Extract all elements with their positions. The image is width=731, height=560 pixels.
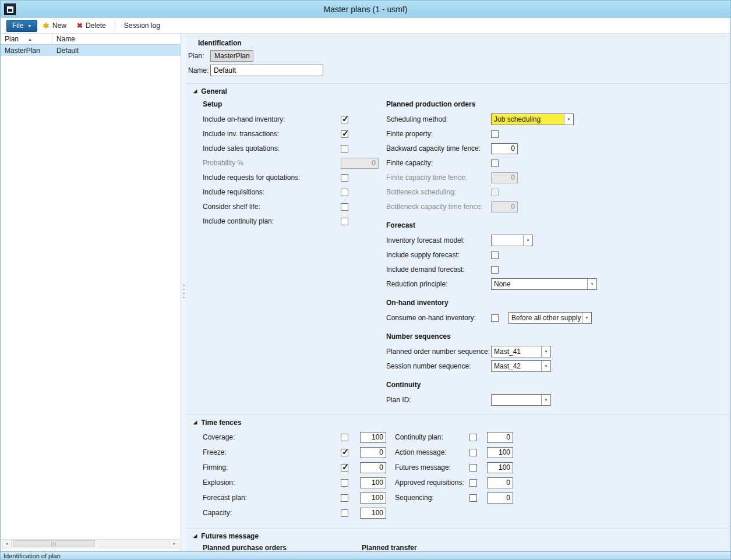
include-supply-forecast-checkbox[interactable] [491,251,499,259]
field-row: Bottleneck scheduling: [386,186,728,198]
scrollbar-thumb[interactable]: ||| [13,540,95,547]
consider-shelf-life-label: Consider shelf life: [203,203,341,211]
status-text: Identification of plan [3,552,61,559]
explosion-input[interactable] [360,477,386,488]
planned-transfer-subheader: Planned transfer [362,544,417,551]
new-button[interactable]: ✱ New [37,19,72,32]
window-title: Master plans (1 - usmf) [1,5,730,14]
dropdown-arrow-icon[interactable]: ▼ [541,346,550,357]
include-inv-transactions-checkbox[interactable] [341,130,348,138]
sequencing-input[interactable] [487,492,513,504]
dropdown-arrow-icon[interactable]: ▼ [582,313,591,323]
number-sequences-subheader: Number sequences [386,332,728,341]
planned-order-number-sequence-combobox[interactable]: Mast_41 ▼ [491,346,551,357]
field-row: Scheduling method: Job scheduling ▼ [386,114,728,125]
scroll-right-icon[interactable]: ► [169,540,179,548]
finite-property-checkbox[interactable] [491,130,499,138]
finite-property-label: Finite property: [386,130,491,138]
setup-subheader: Setup [203,100,386,108]
scrollbar-track[interactable]: ||| [12,540,169,548]
action-message-checkbox[interactable] [469,449,477,456]
continuity-plan-input[interactable] [487,432,513,443]
time-fences-group-header[interactable]: ◢ Time fences [193,419,728,427]
include-requisitions-checkbox[interactable] [341,189,348,196]
column-header-name[interactable]: Name [52,34,181,44]
capacity-checkbox[interactable] [341,509,348,517]
dropdown-arrow-icon[interactable]: ▼ [587,279,596,289]
dropdown-arrow-icon[interactable]: ▼ [541,361,550,371]
consume-on-hand-combobox[interactable]: Before all other supply ▼ [508,312,592,324]
field-row: Include sales quotations: [203,143,386,154]
futures-message-group-header[interactable]: ◢ Futures message [193,532,728,540]
firming-input[interactable] [360,462,386,473]
firming-checkbox[interactable] [341,464,348,472]
continuity-subheader: Continuity [386,381,728,389]
field-row: Include requisitions: [203,186,386,198]
master-plans-window: Master plans (1 - usmf) File ▼ ✱ New ✖ D… [0,0,731,560]
freeze-input[interactable] [360,447,386,458]
approved-requisitions-checkbox[interactable] [469,479,477,487]
grid-row-masterplan[interactable]: MasterPlan Default [1,45,181,56]
approved-requisitions-input[interactable] [487,477,513,488]
include-sales-quotations-checkbox[interactable] [341,145,348,153]
pane-splitter[interactable] [181,34,186,551]
scroll-left-icon[interactable]: ◄ [2,540,12,548]
file-menu-button[interactable]: File ▼ [6,20,37,32]
grid-horizontal-scrollbar[interactable]: ◄ ||| ► [2,539,179,548]
session-number-sequence-combobox[interactable]: Mast_42 ▼ [491,360,551,372]
window-body: Plan ▲ Name MasterPlan Default ◄ ||| ► [1,34,730,551]
include-supply-forecast-label: Include supply forecast: [386,251,491,259]
detail-pane: Identification Plan: MasterPlan Name: ◢ … [186,34,730,551]
sequencing-label: Sequencing: [395,494,469,502]
sequencing-checkbox[interactable] [469,494,477,502]
include-demand-forecast-checkbox[interactable] [491,266,499,274]
include-on-hand-checkbox[interactable] [341,116,348,123]
window-glyph-icon [7,6,13,13]
action-message-input[interactable] [487,447,513,458]
capacity-input[interactable] [360,508,386,519]
reduction-principle-combobox[interactable]: None ▼ [491,278,597,290]
include-continuity-plan-checkbox[interactable] [341,218,348,225]
coverage-checkbox[interactable] [341,434,348,441]
planned-order-number-sequence-label: Planned order number sequence: [386,348,491,356]
futures-message-checkbox[interactable] [469,464,477,472]
dropdown-arrow-icon[interactable]: ▼ [523,235,532,246]
scheduling-method-value: Job scheduling [492,114,564,125]
field-row: Probability % [203,157,386,169]
general-group-header[interactable]: ◢ General [193,87,728,95]
consider-shelf-life-checkbox[interactable] [341,203,348,211]
coverage-input[interactable] [360,432,386,443]
inventory-forecast-model-combobox[interactable]: ▼ [491,235,533,246]
name-field-row: Name: [188,65,730,76]
consume-on-hand-inventory-checkbox[interactable] [491,314,499,322]
name-field[interactable] [210,65,323,76]
include-rfq-label: Include requests for quotations: [203,173,341,182]
session-log-button[interactable]: Session log [119,19,165,32]
freeze-checkbox[interactable] [341,449,348,456]
field-row: Action message: [395,446,513,458]
column-header-plan[interactable]: Plan ▲ [1,34,52,44]
dropdown-arrow-icon[interactable]: ▼ [541,395,550,405]
expanded-triangle-icon: ◢ [193,534,197,538]
explosion-checkbox[interactable] [341,479,348,487]
include-rfq-checkbox[interactable] [341,174,348,182]
backward-capacity-time-fence-label: Backward capacity time fence: [386,144,491,153]
continuity-plan-label: Continuity plan: [395,433,469,441]
general-group: ◢ General Setup Include on-hand inventor… [186,83,728,409]
dropdown-arrow-icon[interactable]: ▼ [564,114,573,125]
delete-button[interactable]: ✖ Delete [72,19,111,32]
plan-id-combobox[interactable]: ▼ [491,394,551,406]
finite-capacity-checkbox[interactable] [491,160,499,167]
freeze-label: Freeze: [203,448,341,456]
forecast-plan-input[interactable] [360,492,386,504]
forecast-plan-checkbox[interactable] [341,494,348,502]
grid-header: Plan ▲ Name [1,34,181,45]
backward-capacity-time-fence-input[interactable] [491,143,518,154]
column-header-plan-label: Plan [5,35,19,43]
field-row: Freeze: [203,446,386,458]
continuity-plan-checkbox[interactable] [469,434,477,441]
plan-field[interactable]: MasterPlan [210,50,253,62]
scheduling-method-combobox[interactable]: Job scheduling ▼ [491,114,574,125]
futures-message-input[interactable] [487,462,513,473]
bottleneck-capacity-time-fence-label: Bottleneck capacity time fence: [386,203,491,211]
